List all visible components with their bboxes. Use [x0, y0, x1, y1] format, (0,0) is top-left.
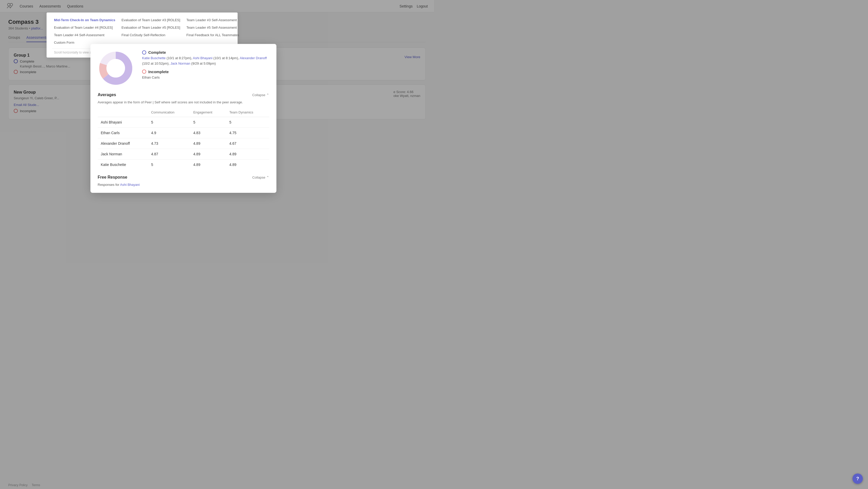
averages-section-header: Averages Collapse ⌃: [98, 93, 269, 97]
dropdown-item-2[interactable]: Team Leader #3 Self-Assessment: [184, 17, 241, 23]
dropdown-grid: Mid-Term Check-In on Team Dynamics Evalu…: [52, 17, 232, 46]
averages-title: Averages: [98, 93, 116, 97]
row-comm-1: 4.9: [148, 128, 190, 138]
chevron-up-icon-2: ⌃: [266, 176, 269, 179]
dropdown-item-3[interactable]: Evaluation of Team Leader #4 [ROLES]: [52, 24, 117, 31]
dropdown-item-1[interactable]: Evaluation of Team Leader #3 [ROLES]: [119, 17, 182, 23]
row-eng-2: 4.89: [190, 138, 226, 149]
donut-chart: [98, 50, 134, 86]
svg-point-5: [106, 59, 125, 78]
row-td-0: 5: [226, 117, 269, 128]
member-ashi[interactable]: Ashi Bhayani: [193, 56, 213, 60]
responses-person-link[interactable]: Ashi Bhayani: [120, 183, 140, 187]
row-comm-0: 5: [148, 117, 190, 128]
dropdown-item-7[interactable]: Final CoStudy Self-Reflection: [119, 32, 182, 38]
member-jack[interactable]: Jack Norman: [170, 62, 190, 65]
complete-label: Complete: [148, 50, 166, 55]
row-td-4: 4.89: [226, 159, 269, 170]
dropdown-item-8[interactable]: Final Feedback for ALL Teammates: [184, 32, 241, 38]
averages-table: Communication Engagement Team Dynamics A…: [98, 108, 269, 170]
complete-legend-title: Complete: [142, 50, 269, 55]
modal-overlay: Mid-Term Check-In on Team Dynamics Evalu…: [0, 0, 434, 245]
member-katie[interactable]: Katie Buschette: [142, 56, 165, 60]
free-response-section: Free Response Collapse ⌃ Responses for A…: [98, 175, 269, 187]
row-td-3: 4.89: [226, 149, 269, 159]
incomplete-label-modal: Incomplete: [148, 69, 169, 74]
row-td-2: 4.67: [226, 138, 269, 149]
row-comm-2: 4.73: [148, 138, 190, 149]
assessment-modal: Complete Katie Buschette (10/1 at 8:27pm…: [90, 44, 276, 193]
averages-description: Averages appear in the form of Peer | Se…: [98, 100, 269, 104]
row-eng-1: 4.83: [190, 128, 226, 138]
free-response-title: Free Response: [98, 175, 127, 180]
col-engagement: Engagement: [190, 108, 226, 117]
free-response-collapse-btn[interactable]: Collapse ⌃: [252, 176, 269, 179]
row-comm-4: 5: [148, 159, 190, 170]
complete-legend: Complete Katie Buschette (10/1 at 8:27pm…: [142, 50, 269, 66]
row-eng-4: 4.89: [190, 159, 226, 170]
free-response-header: Free Response Collapse ⌃: [98, 175, 269, 180]
complete-names: Katie Buschette (10/1 at 8:27pm), Ashi B…: [142, 56, 269, 66]
chart-section: Complete Katie Buschette (10/1 at 8:27pm…: [98, 50, 269, 86]
table-row: Katie Buschette 5 4.89 4.89: [98, 159, 269, 170]
table-row: Ashi Bhayani 5 5 5: [98, 117, 269, 128]
member-alexander[interactable]: Alexander Dranoff: [240, 56, 267, 60]
row-name-3: Jack Norman: [98, 149, 148, 159]
dropdown-item-4[interactable]: Evaluation of Team Leader #5 [ROLES]: [119, 24, 182, 31]
chevron-up-icon: ⌃: [266, 93, 269, 97]
row-comm-3: 4.87: [148, 149, 190, 159]
row-eng-3: 4.89: [190, 149, 226, 159]
dropdown-item-6[interactable]: Team Leader #4 Self-Assessment: [52, 32, 117, 38]
legend-section: Complete Katie Buschette (10/1 at 8:27pm…: [142, 50, 269, 83]
incomplete-legend-dot: [142, 69, 146, 74]
averages-collapse-btn[interactable]: Collapse ⌃: [252, 93, 269, 97]
dropdown-item-0[interactable]: Mid-Term Check-In on Team Dynamics: [52, 17, 117, 23]
row-td-1: 4.75: [226, 128, 269, 138]
row-name-4: Katie Buschette: [98, 159, 148, 170]
responses-for: Responses for Ashi Bhayani: [98, 183, 269, 187]
col-team-dynamics: Team Dynamics: [226, 108, 269, 117]
ethan-name: Ethan Carls: [142, 75, 160, 79]
table-row: Alexander Dranoff 4.73 4.89 4.67: [98, 138, 269, 149]
col-name: [98, 108, 148, 117]
incomplete-legend: Incomplete Ethan Carls: [142, 69, 269, 81]
dropdown-item-5[interactable]: Team Leader #5 Self-Assessment: [184, 24, 241, 31]
incomplete-names: Ethan Carls: [142, 75, 269, 81]
col-communication: Communication: [148, 108, 190, 117]
table-row: Ethan Carls 4.9 4.83 4.75: [98, 128, 269, 138]
row-name-0: Ashi Bhayani: [98, 117, 148, 128]
table-row: Jack Norman 4.87 4.89 4.89: [98, 149, 269, 159]
complete-legend-dot: [142, 51, 146, 55]
row-eng-0: 5: [190, 117, 226, 128]
row-name-1: Ethan Carls: [98, 128, 148, 138]
row-name-2: Alexander Dranoff: [98, 138, 148, 149]
incomplete-legend-title: Incomplete: [142, 69, 269, 74]
